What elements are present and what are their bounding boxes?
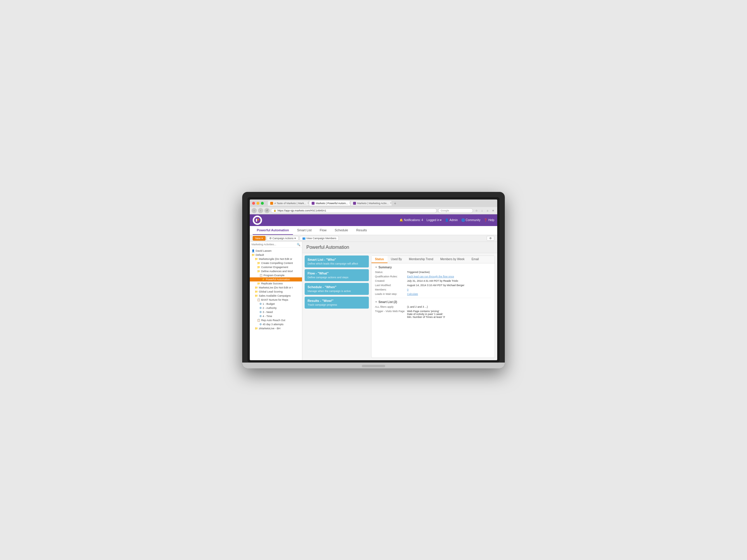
menu-icon[interactable]: ≡ <box>491 208 495 213</box>
tab-flow[interactable]: Flow <box>316 226 331 235</box>
sidebar-item-3-need[interactable]: ⚙ 3 - Need <box>250 310 302 314</box>
sidebar: 🔍 👤 David Lassen 📁 Default <box>250 242 302 360</box>
sidebar-item-rep-auto[interactable]: 📋 Rep Auto Reach Out <box>250 318 302 322</box>
home-icon[interactable]: ⌂ <box>485 208 490 213</box>
results-card[interactable]: Results - "Wow!" Track campaign progress <box>305 297 369 309</box>
browser-tab-1[interactable]: A Taste of Marketo | Mark... ✕ <box>268 201 309 206</box>
minimize-window-button[interactable] <box>257 202 259 205</box>
tab-close-1[interactable]: ✕ <box>307 202 309 205</box>
tab-label-3: Marketo | Marketing Activ... <box>357 202 389 205</box>
smart-campaign-icon-45day: ⚙ <box>259 323 262 326</box>
smart-list-section-label: Smart List (2) <box>379 300 397 303</box>
admin-button[interactable]: 👤 Admin <box>445 218 458 222</box>
details-panel: Status Used By Membership Trend <box>371 256 495 358</box>
schedule-card-title: Schedule - "When" <box>308 285 366 289</box>
last-modified-row: Last Modified: August 14, 2014 3:10 AM P… <box>375 284 491 287</box>
marketo-logo <box>253 216 262 225</box>
sidebar-item-bant-nurture-label: BANT Nurture for Reps <box>261 298 288 301</box>
sidebar-item-sales-available[interactable]: 📁 Sales Available Campaigns <box>250 294 302 298</box>
folder-icon-default: 📁 <box>252 254 255 257</box>
community-icon: 🌐 <box>461 218 465 222</box>
campaign-actions-button[interactable]: ⚙ Campaign Actions ▾ <box>267 236 299 241</box>
search-bar[interactable]: Google <box>438 208 473 213</box>
leads-wait-value[interactable]: Calculate <box>407 293 491 295</box>
browser-tab-2[interactable]: Marketo | Powerful Autom... ✕ <box>309 201 350 206</box>
qualification-rules-value[interactable]: Each lead can run through the flow once <box>407 275 491 278</box>
sidebar-item-marketoagile[interactable]: 📁 MarketoAgile (Do Not Edit or <box>250 257 302 261</box>
sidebar-item-45-day[interactable]: ⚙ 45 day 3 attempts <box>250 322 302 326</box>
details-tab-membership-trend-label: Membership Trend <box>409 258 433 261</box>
sidebar-item-powerful-automation[interactable]: ⚡ Powerful Automation <box>250 277 302 282</box>
sidebar-item-david-lassen[interactable]: 👤 David Lassen <box>250 249 302 253</box>
app-header: 🔔 Notifications: 4 Logged in ▾ 👤 Admin 🌐 <box>250 214 497 226</box>
tab-powerful-automation[interactable]: Powerful Automation <box>253 226 293 235</box>
browser-tab-3[interactable]: Marketo | Marketing Activ... ✕ <box>351 201 392 206</box>
smart-list-card-title: Smart List - "Who" <box>308 258 366 261</box>
sidebar-item-create-compelling[interactable]: 📁 Create Compelling Content <box>250 261 302 265</box>
tab-close-3[interactable]: ✕ <box>390 202 392 205</box>
sidebar-item-marketolive[interactable]: 📁 MarketoLive (Do Not Edit or I <box>250 286 302 290</box>
view-members-icon: 👥 <box>302 237 306 240</box>
sidebar-item-4-time[interactable]: ⚙ 4 - Time <box>250 314 302 318</box>
view-campaign-members-button[interactable]: 👥 View Campaign Members <box>300 236 339 241</box>
folder-icon-customer: 📁 <box>257 266 260 269</box>
flow-card-desc: Define campaign actions and steps <box>308 276 366 279</box>
bookmark-icon[interactable]: ☆ <box>474 208 479 213</box>
tab-smart-list[interactable]: Smart List <box>293 226 316 235</box>
tab-label-1: A Taste of Marketo | Mark... <box>274 202 306 205</box>
tab-schedule[interactable]: Schedule <box>331 226 352 235</box>
toolbar-settings-button[interactable]: ⚙ <box>487 236 494 241</box>
sidebar-item-customer-engagement[interactable]: 📁 Customer Engagement <box>250 265 302 269</box>
status-value: Triggered (Inactive) <box>407 271 491 273</box>
details-tab-email[interactable]: Email <box>468 256 482 263</box>
tab-results[interactable]: Results <box>352 226 371 235</box>
sidebar-item-3-need-label: 3 - Need <box>263 311 273 314</box>
sidebar-item-program-example[interactable]: 📋 Program Example <box>250 273 302 277</box>
tab-powerful-automation-label: Powerful Automation <box>257 229 289 232</box>
help-button[interactable]: ❓ Help <box>484 218 494 222</box>
details-tab-members-by-week[interactable]: Members by Week <box>437 256 468 263</box>
sidebar-item-2-authority[interactable]: ⚙ 2 - Authority <box>250 306 302 310</box>
sidebar-item-1-budget[interactable]: ⚙ 1 - Budget <box>250 302 302 306</box>
view-members-label: View Campaign Members <box>306 237 336 240</box>
forward-button[interactable]: › <box>258 208 263 213</box>
members-value[interactable]: 0 <box>407 288 491 291</box>
details-tab-used-by[interactable]: Used By <box>387 256 406 263</box>
summary-section-header: Summary <box>375 266 491 269</box>
sidebar-item-program-example-label: Program Example <box>263 274 284 277</box>
maximize-window-button[interactable] <box>261 202 264 205</box>
person-icon: 👤 <box>445 218 448 222</box>
sidebar-item-define-audiences-label: Define Audiences and Worl <box>261 270 293 273</box>
laptop-outer: A Taste of Marketo | Mark... ✕ Marketo |… <box>242 192 505 368</box>
notifications-button[interactable]: 🔔 Notifications: 4 <box>400 218 423 222</box>
details-tab-status[interactable]: Status <box>371 256 387 263</box>
sidebar-search-input[interactable] <box>252 243 295 246</box>
tab-close-2[interactable]: ✕ <box>349 202 350 205</box>
tab-smart-list-label: Smart List <box>297 229 312 232</box>
smart-list-card[interactable]: Smart List - "Who" Define which leads th… <box>305 256 369 267</box>
logged-in-menu[interactable]: Logged in ▾ <box>427 218 442 222</box>
refresh-button[interactable]: ↺ <box>264 208 269 213</box>
flow-card[interactable]: Flow - "What" Define campaign actions an… <box>305 269 369 281</box>
sidebar-item-replicate-success[interactable]: 📁 Replicate Success <box>250 282 302 286</box>
new-button[interactable]: New ▾ <box>253 236 265 241</box>
sidebar-item-define-audiences[interactable]: 📁 Define Audiences and Worl <box>250 269 302 273</box>
new-tab-button[interactable]: + <box>392 201 398 206</box>
details-tab-membership-trend[interactable]: Membership Trend <box>405 256 437 263</box>
tab-favicon-1 <box>270 202 273 205</box>
community-button[interactable]: 🌐 Community <box>461 218 481 222</box>
close-window-button[interactable] <box>252 202 255 205</box>
downloads-icon[interactable]: ↓ <box>480 208 484 213</box>
sidebar-item-default[interactable]: 📁 Default <box>250 253 302 257</box>
smart-campaign-icon-time: ⚙ <box>259 315 262 318</box>
content-body: Smart List - "Who" Define which leads th… <box>302 253 497 360</box>
address-bar[interactable]: 🔒 https://app-sjp.marketo.com/#SC14945A1 <box>271 208 437 213</box>
flow-card-title: Flow - "What" <box>308 271 366 275</box>
sidebar-item-bant-nurture[interactable]: 📋 BANT Nurture for Reps <box>250 298 302 302</box>
tab-favicon-2 <box>312 202 314 205</box>
community-label: Community <box>466 218 481 222</box>
schedule-card[interactable]: Schedule - "When" Manage when the campai… <box>305 283 369 295</box>
sidebar-item-zmarketolive[interactable]: 📁 zMarketoLive - BH <box>250 326 302 330</box>
sidebar-item-global-lead-scoring[interactable]: 📁 Global Lead Scoring <box>250 290 302 294</box>
back-button[interactable]: ‹ <box>252 208 257 213</box>
